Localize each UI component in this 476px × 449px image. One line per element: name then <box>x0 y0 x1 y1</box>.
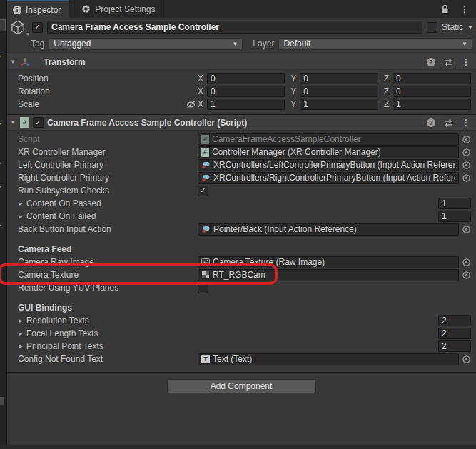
axis-x-label: X <box>198 86 203 96</box>
csharp-script-icon: # <box>201 148 209 157</box>
adjacent-panel-edge: ► ► ► ► ► <box>0 0 7 449</box>
script-label: Script <box>18 134 198 144</box>
help-icon[interactable]: ? <box>427 118 435 127</box>
position-x-field[interactable] <box>207 73 285 84</box>
clipped-element <box>0 19 6 31</box>
object-picker-icon[interactable] <box>462 135 471 144</box>
component-enabled-checkbox[interactable]: ✓ <box>33 117 44 128</box>
scale-label: Scale <box>18 99 186 109</box>
axis-y-label: Y <box>290 86 296 96</box>
foldout-closed-icon[interactable]: ► <box>18 331 24 337</box>
csharp-script-icon: # <box>201 135 209 144</box>
object-picker-icon[interactable] <box>462 148 471 157</box>
script-component-header[interactable]: ▼ # ✓ Camera Frame Access Sample Control… <box>6 114 476 131</box>
chevron-down-icon: ▼ <box>232 41 238 47</box>
render-texture-icon <box>201 271 210 279</box>
back-button-input-action-label: Back Button Input Action <box>18 224 198 234</box>
rotation-y-field[interactable] <box>300 86 378 97</box>
raw-image-icon <box>201 258 210 266</box>
camera-texture-field[interactable]: RT_RGBCam <box>198 269 459 281</box>
foldout-closed-icon[interactable]: ► <box>18 213 24 220</box>
principal-point-texts-size-field[interactable] <box>438 340 471 352</box>
tab-bar: i Inspector Project Settings ⋮ <box>6 0 476 18</box>
component-menu-icon[interactable]: ⋮ <box>462 57 470 67</box>
foldout-closed-icon[interactable]: ► <box>18 318 24 324</box>
position-y-field[interactable] <box>300 73 378 84</box>
resolution-texts-size-field[interactable] <box>438 315 471 326</box>
tab-inspector[interactable]: i Inspector <box>6 0 69 18</box>
rotation-label: Rotation <box>18 86 186 96</box>
gameobject-active-checkbox[interactable]: ✓ <box>32 22 43 33</box>
scale-x-field[interactable] <box>207 99 285 110</box>
axis-z-label: Z <box>384 74 389 84</box>
static-dropdown-arrow[interactable]: ▼ <box>467 24 473 31</box>
tab-project-settings[interactable]: Project Settings <box>74 0 164 18</box>
tab-inspector-label: Inspector <box>26 5 61 15</box>
tab-project-settings-label: Project Settings <box>95 4 155 14</box>
gameobject-name-field[interactable] <box>47 21 422 34</box>
focal-length-texts-size-field[interactable] <box>438 328 471 339</box>
component-menu-icon[interactable]: ⋮ <box>462 118 470 128</box>
left-controller-primary-field[interactable]: XRControllers/LeftControllerPrimaryButto… <box>198 159 459 171</box>
scale-y-field[interactable] <box>300 99 378 110</box>
position-label: Position <box>18 74 186 84</box>
gui-bindings-section-header: GUI Bindings <box>6 301 476 314</box>
scale-link-icon[interactable] <box>186 100 198 109</box>
lock-icon[interactable] <box>441 4 449 14</box>
foldout-open-icon[interactable]: ▼ <box>9 119 16 126</box>
content-on-failed-row: ► Content On Failed <box>6 210 476 223</box>
right-controller-primary-field[interactable]: XRControllers/RightControllerPrimaryButt… <box>198 172 459 184</box>
window-bottom-edge <box>0 445 476 449</box>
panel-menu-icon[interactable]: ⋮ <box>460 4 469 14</box>
add-component-button[interactable]: Add Component <box>167 379 316 393</box>
gameobject-icon[interactable]: ▼ <box>9 19 28 35</box>
foldout-open-icon[interactable]: ▼ <box>9 59 16 65</box>
config-not-found-text-field[interactable]: T Text (Text) <box>198 353 459 365</box>
input-action-icon <box>201 225 211 233</box>
camera-texture-row: Camera Texture RT_RGBCam <box>6 268 476 281</box>
rotation-row: Rotation X Y Z <box>6 85 476 98</box>
presets-icon[interactable] <box>444 58 453 66</box>
back-button-input-action-field[interactable]: Pointer/Back (Input Action Reference) <box>198 223 459 236</box>
clipped-foldout-icon: ► <box>0 121 3 127</box>
rotation-z-field[interactable] <box>393 86 471 97</box>
axis-y-label: Y <box>290 74 296 84</box>
camera-texture-label: Camera Texture <box>18 270 198 280</box>
layer-value: Default <box>283 39 310 49</box>
clipped-element <box>0 397 4 405</box>
resolution-texts-row: ► Resolution Texts <box>6 314 476 327</box>
camera-feed-section-header: Camera Feed <box>6 243 476 256</box>
scale-z-field[interactable] <box>393 99 471 110</box>
presets-icon[interactable] <box>444 118 453 127</box>
tag-dropdown[interactable]: Untagged ▼ <box>49 38 243 50</box>
rotation-x-field[interactable] <box>207 86 285 97</box>
object-picker-icon[interactable] <box>462 355 471 364</box>
position-z-field[interactable] <box>393 73 471 84</box>
axis-z-label: Z <box>384 99 389 109</box>
text-component-icon: T <box>201 355 210 363</box>
script-row: Script # CameraFrameAccessSampleControll… <box>6 133 476 146</box>
object-picker-icon[interactable] <box>462 271 471 280</box>
chevron-down-icon: ▼ <box>462 41 467 47</box>
object-picker-icon[interactable] <box>462 225 471 234</box>
layer-dropdown[interactable]: Default ▼ <box>278 38 472 50</box>
foldout-closed-icon[interactable]: ► <box>18 201 24 207</box>
render-using-yuv-planes-checkbox[interactable] <box>198 283 208 293</box>
principal-point-texts-row: ► Principal Point Texts <box>6 340 476 353</box>
run-subsystem-checks-checkbox[interactable]: ✓ <box>198 186 208 196</box>
object-picker-icon[interactable] <box>462 258 471 267</box>
camera-raw-image-field[interactable]: Camera Texture (Raw Image) <box>198 256 459 268</box>
transform-header[interactable]: ▼ Transform ? ⋮ <box>6 54 476 70</box>
help-icon[interactable]: ? <box>427 58 435 66</box>
foldout-closed-icon[interactable]: ► <box>18 343 24 350</box>
content-on-failed-size-field[interactable] <box>438 211 471 222</box>
script-component-title: Camera Frame Access Sample Controller (S… <box>47 118 247 128</box>
xr-controller-manager-field[interactable]: # Controller Manager (XR Controller Mana… <box>198 146 459 158</box>
static-label: Static <box>442 22 463 32</box>
static-checkbox[interactable] <box>427 22 437 33</box>
object-picker-icon[interactable] <box>462 173 471 183</box>
resolution-texts-label: ► Resolution Texts <box>18 316 198 326</box>
content-on-passed-row: ► Content On Passed <box>6 197 476 210</box>
content-on-passed-size-field[interactable] <box>438 198 471 209</box>
object-picker-icon[interactable] <box>462 161 471 170</box>
